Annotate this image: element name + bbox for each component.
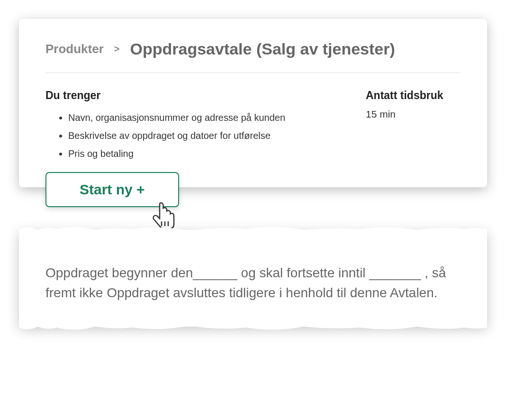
breadcrumb-current: Oppdragsavtale (Salg av tjenester) xyxy=(130,40,395,58)
list-item: Navn, organisasjonsnummer og adresse på … xyxy=(68,109,328,127)
document-preview: Oppdraget begynner den______ og skal for… xyxy=(19,230,487,327)
list-item: Pris og betaling xyxy=(68,145,328,163)
list-item: Beskrivelse av oppdraget og datoer for u… xyxy=(68,127,328,145)
info-row: Du trenger Navn, organisasjonsnummer og … xyxy=(45,89,461,163)
breadcrumb: Produkter > Oppdragsavtale (Salg av tjen… xyxy=(45,40,461,73)
time-value: 15 min xyxy=(366,109,461,120)
needs-list: Navn, organisasjonsnummer og adresse på … xyxy=(45,109,328,163)
time-heading: Antatt tidsbruk xyxy=(366,89,461,102)
document-body-text: Oppdraget begynner den______ og skal for… xyxy=(45,263,461,303)
needs-section: Du trenger Navn, organisasjonsnummer og … xyxy=(45,89,328,163)
torn-edge-bottom-icon xyxy=(19,323,487,332)
start-new-button[interactable]: Start ny + xyxy=(45,172,179,207)
breadcrumb-root[interactable]: Produkter xyxy=(45,42,104,56)
time-section: Antatt tidsbruk 15 min xyxy=(366,89,461,163)
needs-heading: Du trenger xyxy=(45,89,328,102)
chevron-right-icon: > xyxy=(114,44,120,55)
product-card: Produkter > Oppdragsavtale (Salg av tjen… xyxy=(19,19,487,187)
torn-edge-top-icon xyxy=(19,224,487,234)
